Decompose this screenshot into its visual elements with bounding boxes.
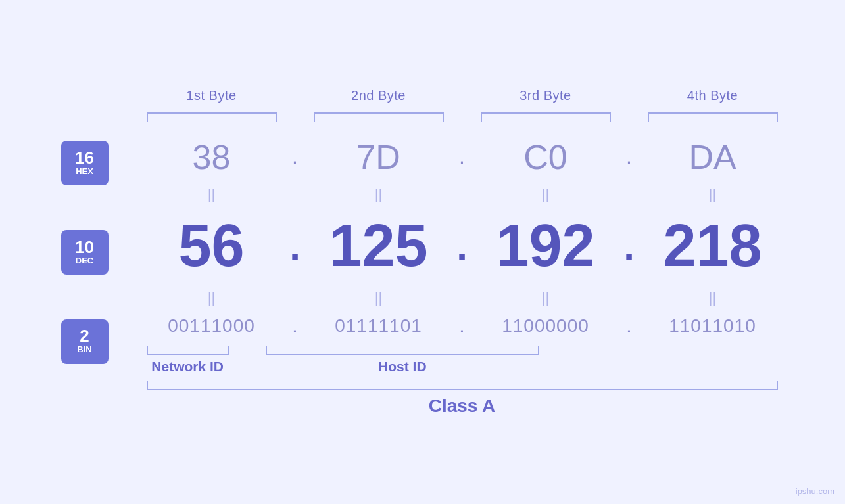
byte2-header: 2nd Byte <box>307 88 450 103</box>
hex-badge: 16 HEX <box>61 141 109 185</box>
byte1-header: 1st Byte <box>140 88 283 103</box>
dec-b2: 125 <box>307 206 450 286</box>
base-labels: 16 HEX 10 DEC 2 BIN <box>61 131 140 375</box>
dot3-hex: . <box>617 145 641 169</box>
dec-b3: 192 <box>474 206 617 286</box>
dec-row: 56 . 125 . 192 . 218 <box>140 206 785 286</box>
watermark: ipshu.com <box>796 486 834 496</box>
main-container: 1st Byte 2nd Byte 3rd Byte 4th Byte 16 <box>61 88 785 417</box>
dot1-dec: . <box>283 223 307 269</box>
class-section: Class A <box>61 381 785 417</box>
dot1-hex: . <box>283 145 307 169</box>
byte3-header: 3rd Byte <box>474 88 617 103</box>
byte4-header: 4th Byte <box>641 88 785 103</box>
dec-b4: 218 <box>641 206 785 286</box>
class-label: Class A <box>140 396 785 417</box>
bin-b4: 11011010 <box>641 309 785 343</box>
dot3-dec: . <box>617 223 641 269</box>
equals-row-2: || || || || <box>140 286 785 309</box>
hex-b3: C0 <box>474 131 617 183</box>
bin-badge: 2 BIN <box>61 319 109 364</box>
hex-b1: 38 <box>140 131 283 183</box>
dot2-bin: . <box>450 313 474 338</box>
hex-b4: DA <box>641 131 785 183</box>
bin-b3: 11000000 <box>474 309 617 343</box>
hex-row: 38 . 7D . C0 . DA <box>140 131 785 183</box>
bottom-brackets-row <box>140 346 785 355</box>
bin-b2: 01111101 <box>307 309 450 343</box>
dec-b1: 56 <box>140 206 283 286</box>
id-labels-row: Network ID Host ID <box>140 359 785 375</box>
network-id-label: Network ID <box>140 359 235 375</box>
hex-b2: 7D <box>307 131 450 183</box>
bin-row: 00111000 . 01111101 . 11000000 . 1101101… <box>140 309 785 343</box>
dot2-dec: . <box>450 223 474 269</box>
bin-b1: 00111000 <box>140 309 283 343</box>
host-id-label: Host ID <box>259 359 546 375</box>
dot3-bin: . <box>617 313 641 338</box>
dec-badge: 10 DEC <box>61 230 109 275</box>
dot2-hex: . <box>450 145 474 169</box>
equals-row-1: || || || || <box>140 183 785 206</box>
dot1-bin: . <box>283 313 307 338</box>
